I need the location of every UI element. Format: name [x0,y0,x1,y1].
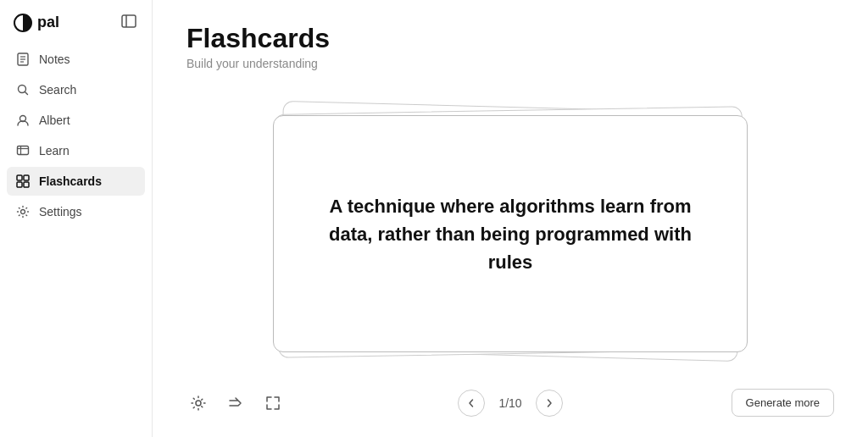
flashcard-main[interactable]: A technique where algorithms learn from … [273,115,748,352]
sidebar-search-label: Search [39,83,76,97]
prev-card-button[interactable] [458,390,485,417]
app-name: pal [37,14,59,31]
toolbar-left [186,391,285,415]
main-content: Flashcards Build your understanding A te… [153,0,868,437]
expand-icon [264,395,281,412]
sidebar-notes-label: Notes [39,53,70,66]
sidebar-item-flashcards[interactable]: Flashcards [7,167,145,196]
page-subtitle: Build your understanding [186,57,834,70]
sidebar-albert-label: Albert [39,113,70,127]
settings-toolbar-button[interactable] [186,391,210,415]
shuffle-button[interactable] [224,391,248,415]
expand-button[interactable] [261,391,285,415]
card-counter: 1/10 [495,396,526,410]
sidebar-nav: Notes Search Albert [0,41,152,230]
svg-point-18 [196,401,201,406]
sidebar-item-search[interactable]: Search [7,75,145,104]
sidebar-item-learn[interactable]: Learn [7,136,145,165]
svg-point-17 [21,210,25,214]
svg-rect-1 [122,15,136,27]
sidebar-flashcards-label: Flashcards [39,174,102,188]
toolbar-wrapper: 1/10 Generate more [186,389,834,417]
svg-rect-10 [18,147,29,155]
shuffle-icon [227,395,244,412]
sidebar-learn-label: Learn [39,144,70,158]
sidebar-item-settings[interactable]: Settings [7,197,145,226]
sidebar-toggle-button[interactable] [120,12,138,33]
toggle-sidebar-icon [121,14,136,29]
search-icon [15,82,31,97]
toolbar-right: Generate more [732,389,834,417]
settings-icon [15,204,31,219]
albert-icon [15,113,31,128]
flashcard-stack[interactable]: A technique where algorithms learn from … [273,115,748,352]
svg-rect-15 [17,182,22,187]
sidebar-item-notes[interactable]: Notes [7,45,145,74]
svg-rect-14 [24,175,29,180]
flashcard-text: A technique where algorithms learn from … [316,192,704,276]
sidebar: pal Notes [0,0,153,437]
page-title: Flashcards [186,24,834,53]
logo-icon [14,14,32,32]
flashcard-toolbar: 1/10 Generate more [186,377,834,420]
flashcard-container: A technique where algorithms learn from … [186,91,834,377]
gear-icon [190,395,207,412]
sidebar-item-albert[interactable]: Albert [7,106,145,135]
svg-rect-16 [24,182,29,187]
sidebar-settings-label: Settings [39,205,82,218]
chevron-right-icon [544,398,554,408]
toolbar-center: 1/10 [458,390,563,417]
flashcards-icon [15,174,31,189]
chevron-left-icon [466,398,476,408]
app-logo: pal [14,14,59,32]
sidebar-header: pal [0,0,152,41]
svg-rect-13 [17,175,22,180]
notes-icon [15,52,31,67]
generate-more-button[interactable]: Generate more [732,389,834,417]
learn-icon [15,143,31,158]
svg-line-8 [25,91,27,94]
next-card-button[interactable] [536,390,563,417]
